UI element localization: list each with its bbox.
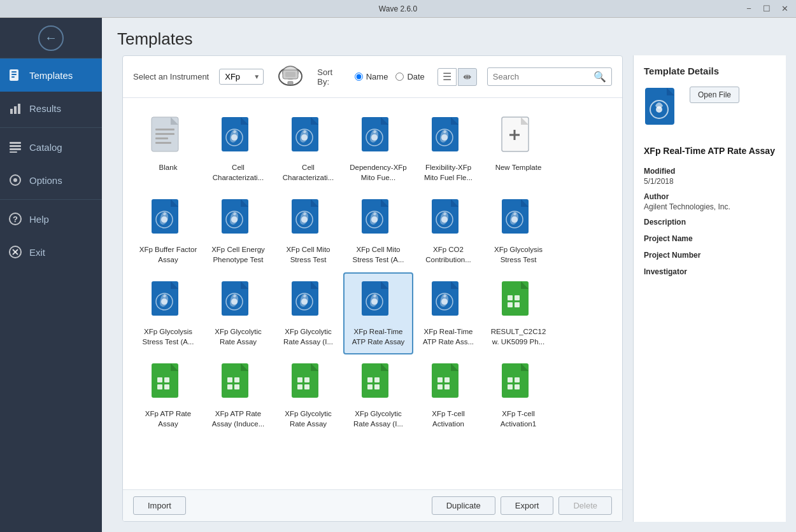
template-item[interactable]: XFp Glycolysis Stress Test (A...	[133, 272, 203, 354]
svg-rect-97	[508, 302, 513, 307]
maximize-button[interactable]: ☐	[760, 3, 773, 15]
svg-rect-28	[155, 142, 171, 144]
template-item[interactable]: XFp Cell Mito Stress Test (A...	[343, 190, 413, 272]
sidebar-item-help[interactable]: ? Help	[0, 202, 102, 235]
template-item[interactable]: Blank	[133, 108, 203, 190]
import-button[interactable]: Import	[133, 496, 186, 515]
grid-view-button[interactable]: ⇼	[458, 68, 477, 86]
template-item[interactable]: XFp Glycolytic Rate Assay	[203, 272, 273, 354]
file-icon	[290, 362, 326, 405]
details-author-value: Agilent Technologies, Inc.	[644, 202, 776, 211]
details-panel: Template Details Open File XFp Real-Time	[633, 55, 786, 522]
sidebar-item-results[interactable]: Results	[0, 92, 102, 125]
minimize-button[interactable]: −	[743, 3, 755, 15]
template-name: XFp T-cell Activation	[418, 409, 478, 429]
sort-date-radio[interactable]	[395, 73, 404, 81]
sidebar-item-options[interactable]: Options	[0, 164, 102, 197]
catalog-icon	[8, 139, 23, 155]
details-author-label: Author	[644, 192, 776, 201]
template-item[interactable]: Dependency-XFp Mito Fue...	[343, 108, 413, 190]
templates-panel: Select an Instrument XFp XF XFe ▼	[122, 55, 623, 522]
duplicate-button[interactable]: Duplicate	[432, 496, 495, 515]
sort-name-radio[interactable]	[355, 73, 363, 81]
template-item[interactable]: New Template	[483, 108, 553, 190]
template-item[interactable]: XFp ATP Rate Assay	[133, 354, 203, 437]
details-file-icon	[644, 87, 682, 132]
template-item[interactable]: XFp ATP Rate Assay (Induce...	[203, 354, 273, 437]
template-item[interactable]: XFp Glycolytic Rate Assay	[273, 354, 343, 437]
details-modified-label: Modified	[644, 167, 776, 176]
template-item[interactable]: XFp Real-Time ATP Rate Assay	[343, 272, 413, 354]
search-input[interactable]	[493, 72, 590, 81]
svg-rect-133	[508, 384, 513, 389]
export-button[interactable]: Export	[501, 496, 554, 515]
file-icon	[430, 116, 466, 159]
back-button[interactable]: ←	[0, 18, 102, 59]
bottom-bar: Import Duplicate Export Delete	[123, 489, 622, 521]
details-icon-area: Open File	[644, 87, 776, 137]
template-item[interactable]: RESULT_C2C12 w. UK5099 Ph...	[483, 272, 553, 354]
sidebar-item-catalog[interactable]: Catalog	[0, 130, 102, 164]
template-item[interactable]: XFp Glycolytic Rate Assay (I...	[273, 272, 343, 354]
template-name: XFp Glycolysis Stress Test	[488, 245, 548, 265]
template-item[interactable]: XFp T-cell Activation	[413, 354, 483, 437]
svg-rect-98	[515, 302, 520, 307]
template-item[interactable]: XFp Glycolytic Rate Assay (I...	[343, 354, 413, 437]
sidebar-item-templates[interactable]: Templates	[0, 59, 102, 92]
close-button[interactable]: ✕	[778, 3, 791, 15]
templates-grid: Blank Cell Characterizati... Cell Charac…	[123, 98, 622, 489]
template-name: Flexibility-XFp Mito Fuel Fle...	[418, 163, 478, 183]
template-item[interactable]: XFp Glycolysis Stress Test	[483, 190, 553, 272]
svg-rect-96	[515, 295, 520, 300]
template-item[interactable]: XFp Cell Mito Stress Test	[273, 190, 343, 272]
instrument-select-wrapper[interactable]: XFp XF XFe ▼	[219, 69, 264, 85]
svg-point-64	[371, 216, 378, 223]
template-item[interactable]: XFp T-cell Activation1	[483, 354, 553, 437]
file-icon	[360, 280, 396, 323]
template-name: XFp Cell Mito Stress Test	[278, 245, 338, 265]
template-name: XFp CO2 Contribution...	[418, 245, 478, 265]
template-item[interactable]: Cell Characterizati...	[203, 108, 273, 190]
svg-rect-6	[18, 104, 20, 114]
list-view-button[interactable]: ☰	[437, 68, 457, 86]
details-project-number-row: Project Number	[644, 251, 776, 261]
template-item[interactable]: XFp CO2 Contribution...	[413, 190, 483, 272]
svg-rect-103	[157, 384, 162, 389]
svg-point-44	[441, 134, 448, 141]
details-investigator-row: Investigator	[644, 267, 776, 277]
svg-point-36	[301, 134, 308, 141]
svg-point-80	[231, 298, 238, 305]
template-item[interactable]: XFp Cell Energy Phenotype Test	[203, 190, 273, 272]
help-icon: ?	[8, 211, 23, 227]
svg-rect-26	[155, 133, 174, 135]
details-project-name-label: Project Name	[644, 234, 776, 243]
template-item[interactable]: Flexibility-XFp Mito Fuel Fle...	[413, 108, 483, 190]
template-item[interactable]: Cell Characterizati...	[273, 108, 343, 190]
sidebar-label-exit: Exit	[29, 247, 45, 258]
svg-rect-27	[155, 137, 168, 139]
templates-icon	[8, 67, 23, 83]
template-name: XFp ATP Rate Assay	[138, 409, 198, 429]
template-item[interactable]: XFp Buffer Factor Assay	[133, 190, 203, 272]
options-icon	[8, 172, 23, 188]
sidebar-item-exit[interactable]: Exit	[0, 235, 102, 269]
sort-date-option[interactable]: Date	[395, 72, 424, 81]
template-item[interactable]: XFp Real-Time ATP Rate Ass...	[413, 272, 483, 354]
instrument-select[interactable]: XFp XF XFe	[219, 69, 264, 85]
svg-rect-115	[297, 384, 302, 389]
file-icon	[150, 362, 186, 405]
svg-rect-114	[304, 377, 309, 382]
svg-point-40	[371, 134, 378, 141]
svg-point-12	[13, 178, 17, 182]
svg-rect-8	[10, 145, 21, 147]
delete-button[interactable]: Delete	[558, 496, 612, 515]
sort-name-option[interactable]: Name	[355, 72, 388, 81]
open-file-button[interactable]: Open File	[690, 87, 739, 103]
exit-icon	[8, 244, 23, 260]
svg-rect-121	[367, 384, 373, 389]
svg-point-56	[231, 216, 238, 223]
template-name: XFp Glycolytic Rate Assay	[208, 327, 268, 347]
file-icon	[290, 198, 326, 241]
details-author-row: Author Agilent Technologies, Inc.	[644, 192, 776, 211]
app-body: ← Templates Results	[0, 18, 796, 532]
